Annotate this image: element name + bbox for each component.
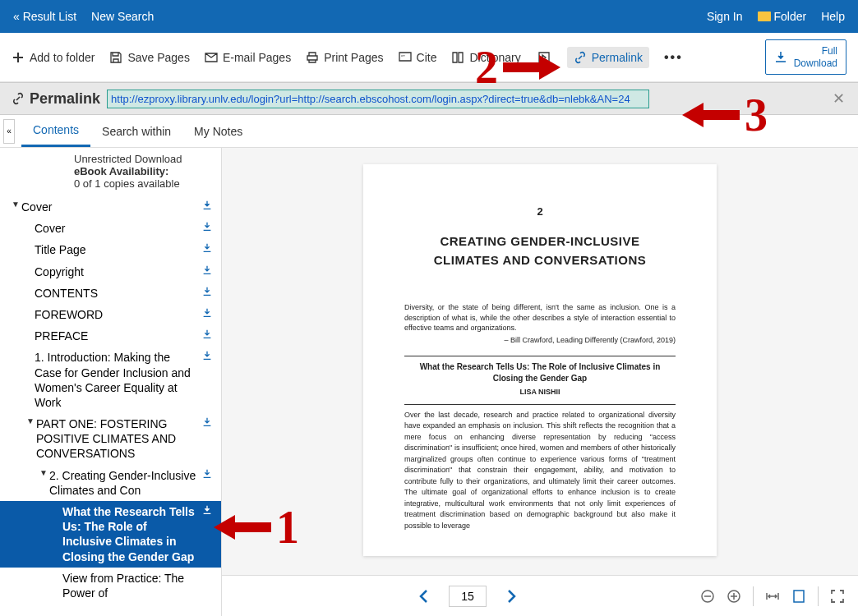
toc-selected[interactable]: What the Research Tells Us: The Role of … [0, 501, 221, 568]
page-wrap[interactable]: 2 CREATING GENDER-INCLUSIVECLIMATES AND … [222, 148, 858, 575]
chapter-number: 2 [404, 205, 676, 218]
save-pages-button[interactable]: Save Pages [109, 51, 190, 64]
top-bar: « Result List New Search Sign In Folder … [0, 0, 858, 33]
collapse-sidebar-button[interactable]: « [3, 119, 15, 144]
book-icon [451, 51, 464, 64]
toc-preface[interactable]: PREFACE [0, 325, 221, 347]
availability-label: eBook Availability: [74, 165, 221, 177]
svg-rect-3 [794, 591, 804, 602]
epigraph-quote: Diversity, or the state of being differe… [404, 302, 676, 333]
epigraph-attrib: – Bill Crawford, Leading Differently (Cr… [404, 336, 676, 344]
plus-icon [12, 51, 25, 64]
divider [404, 356, 676, 356]
toc-intro[interactable]: 1. Introduction: Making the Case for Gen… [0, 347, 221, 413]
toolbar: Add to folder Save Pages E-mail Pages Pr… [0, 33, 858, 82]
section-title: What the Research Tells Us: The Role of … [404, 361, 676, 384]
permalink-bar: Permalink ✕ [0, 82, 858, 115]
folder-icon [758, 11, 771, 21]
toc-cover-2[interactable]: Cover [0, 218, 221, 239]
body-text: Over the last decade, research and pract… [404, 410, 676, 532]
folder-link[interactable]: Folder [758, 10, 807, 23]
add-to-folder-button[interactable]: Add to folder [12, 51, 95, 64]
permalink-label: Permalink [12, 90, 100, 108]
full-download-button[interactable]: Full Download [765, 39, 846, 75]
fit-page-button[interactable] [791, 589, 806, 604]
email-pages-button[interactable]: E-mail Pages [205, 51, 291, 64]
permalink-button[interactable]: Permalink [567, 47, 649, 68]
sign-in-link[interactable]: Sign In [707, 10, 743, 23]
link-icon [12, 92, 25, 105]
page: 2 CREATING GENDER-INCLUSIVECLIMATES AND … [363, 164, 717, 556]
divider [753, 586, 754, 606]
export-button[interactable] [536, 49, 552, 66]
tab-contents[interactable]: Contents [21, 115, 90, 147]
close-permalink-button[interactable]: ✕ [833, 90, 845, 108]
availability-value: 0 of 1 copies available [74, 177, 221, 190]
toc-cover[interactable]: ▼Cover [0, 196, 221, 218]
print-icon [306, 51, 319, 64]
toc-view-practice[interactable]: View from Practice: The Power of [0, 568, 221, 604]
download-icon [201, 329, 213, 340]
zoom-out-button[interactable] [700, 589, 715, 604]
print-pages-button[interactable]: Print Pages [306, 51, 383, 64]
new-search-link[interactable]: New Search [91, 10, 154, 23]
download-icon [201, 286, 213, 297]
tab-my-notes[interactable]: My Notes [182, 117, 254, 146]
download-icon [201, 468, 213, 480]
toc-contents[interactable]: CONTENTS [0, 283, 221, 304]
help-link[interactable]: Help [821, 10, 845, 23]
email-icon [205, 51, 218, 64]
tab-search-within[interactable]: Search within [90, 117, 182, 146]
full-download-label: Full Download [794, 45, 837, 69]
save-icon [109, 51, 122, 64]
page-number-input[interactable] [449, 586, 487, 607]
fullscreen-button[interactable] [830, 589, 845, 604]
zoom-in-button[interactable] [727, 589, 741, 604]
download-icon [774, 51, 787, 64]
main: Unrestricted Download eBook Availability… [0, 148, 858, 616]
fit-width-button[interactable] [765, 589, 780, 604]
toc-foreword[interactable]: FOREWORD [0, 304, 221, 325]
toc-copyright[interactable]: Copyright [0, 261, 221, 283]
cite-icon: “” [399, 51, 412, 64]
section-author: LISA NISHII [404, 388, 676, 396]
download-icon [201, 221, 213, 232]
download-icon [201, 264, 213, 276]
sidebar: Unrestricted Download eBook Availability… [0, 148, 222, 616]
download-icon [201, 504, 213, 516]
cite-button[interactable]: “” Cite [399, 51, 437, 64]
tabs-row: « Contents Search within My Notes [0, 115, 858, 148]
toc-title-page[interactable]: Title Page [0, 239, 221, 260]
toc-part1[interactable]: ▼PART ONE: FOSTERING POSITIVE CLIMATES A… [0, 413, 221, 465]
result-list-link[interactable]: « Result List [13, 10, 76, 23]
divider [818, 586, 819, 606]
download-icon [201, 307, 213, 319]
next-page-button[interactable] [503, 588, 519, 605]
permalink-input[interactable] [107, 90, 649, 108]
more-button[interactable]: ••• [664, 50, 683, 65]
chapter-title: CREATING GENDER-INCLUSIVECLIMATES AND CO… [404, 232, 676, 269]
toc-ch2[interactable]: ▼2. Creating Gender-Inclusive Climates a… [0, 465, 221, 501]
download-icon [201, 242, 213, 254]
prev-page-button[interactable] [416, 588, 432, 605]
export-icon [537, 51, 551, 64]
sidebar-info: Unrestricted Download eBook Availability… [0, 151, 221, 196]
page-controls [222, 575, 858, 616]
svg-text:“”: “” [401, 54, 405, 60]
reader: 2 CREATING GENDER-INCLUSIVECLIMATES AND … [222, 148, 858, 616]
download-icon [201, 200, 213, 211]
download-icon [201, 350, 213, 361]
link-icon [574, 51, 587, 64]
unrestricted-label: Unrestricted Download [74, 153, 221, 165]
dictionary-button[interactable]: Dictionary [451, 51, 520, 64]
divider [404, 404, 676, 405]
download-icon [201, 416, 213, 428]
